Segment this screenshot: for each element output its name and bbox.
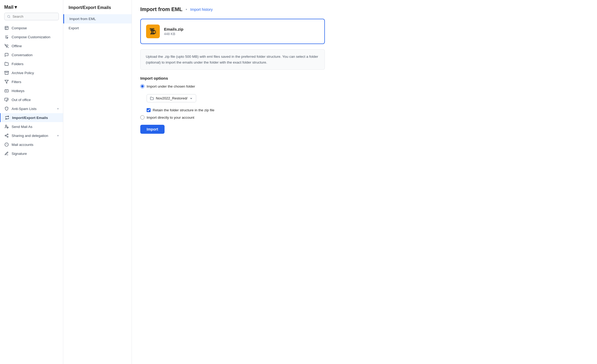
import-history-link[interactable]: Import history bbox=[190, 7, 213, 12]
sidebar-item-anti-spam-label: Anti-Spam Lists bbox=[12, 107, 55, 111]
svg-point-0 bbox=[8, 15, 10, 17]
main-content: Import from EML • Import history 🗜 Email… bbox=[132, 0, 597, 364]
send-mail-as-icon bbox=[4, 124, 9, 129]
sidebar-item-hotkeys-label: Hotkeys bbox=[12, 89, 59, 93]
sidebar-item-sharing-delegation-label: Sharing and delegation bbox=[12, 134, 55, 138]
sidebar-item-offline[interactable]: Offline bbox=[0, 41, 63, 50]
import-options-title: Import options bbox=[140, 76, 589, 80]
import-button[interactable]: Import bbox=[140, 125, 165, 134]
radio-under-folder-input[interactable] bbox=[140, 84, 145, 88]
mail-accounts-icon bbox=[4, 142, 9, 147]
svg-point-16 bbox=[7, 134, 8, 135]
sidebar-item-filters-label: Filters bbox=[12, 80, 59, 84]
folder-dropdown-label: Nov2022_Restored/ bbox=[156, 96, 187, 100]
file-info: Emails.zip 448 KB bbox=[164, 27, 183, 36]
sidebar-item-sharing-delegation[interactable]: Sharing and delegation ▾ bbox=[0, 131, 63, 140]
sidebar-item-compose[interactable]: Compose bbox=[0, 23, 63, 32]
sidebar-item-import-export[interactable]: Import/Export Emails bbox=[0, 113, 63, 122]
retain-folder-structure-input[interactable] bbox=[147, 108, 151, 112]
anti-spam-icon bbox=[4, 106, 9, 111]
sidebar-item-folders-label: Folders bbox=[12, 62, 59, 66]
sidebar-item-signature[interactable]: Signature bbox=[0, 149, 63, 158]
svg-line-19 bbox=[6, 136, 7, 137]
folder-dropdown[interactable]: Nov2022_Restored/ bbox=[147, 94, 196, 102]
sidebar-item-out-of-office[interactable]: Out of office bbox=[0, 95, 63, 104]
file-zip-icon: 🗜 bbox=[146, 25, 160, 38]
svg-marker-11 bbox=[5, 80, 8, 83]
sidebar-item-compose-label: Compose bbox=[12, 26, 59, 30]
sidebar-item-signature-label: Signature bbox=[12, 152, 59, 156]
offline-icon bbox=[4, 44, 9, 48]
sidebar-item-folders[interactable]: Folders bbox=[0, 59, 63, 68]
sidebar-item-send-mail-as-label: Send Mail As bbox=[12, 125, 59, 129]
sidebar-item-out-of-office-label: Out of office bbox=[12, 98, 59, 102]
sharing-icon bbox=[4, 133, 9, 138]
radio-under-folder[interactable]: Import under the chosen folder bbox=[140, 84, 589, 88]
import-export-icon bbox=[5, 115, 9, 120]
compose-custom-icon bbox=[4, 35, 9, 39]
svg-line-1 bbox=[9, 17, 10, 18]
file-upload-area[interactable]: 🗜 Emails.zip 448 KB bbox=[140, 19, 325, 44]
hotkeys-icon bbox=[4, 88, 9, 93]
info-box: Upload the .zip file (upto 500 MB) with … bbox=[140, 49, 325, 70]
sidebar-item-hotkeys[interactable]: Hotkeys bbox=[0, 86, 63, 95]
svg-rect-2 bbox=[5, 26, 8, 30]
app-title-text: Mail bbox=[4, 4, 13, 10]
svg-rect-9 bbox=[5, 71, 9, 72]
sidebar-item-conversation-label: Conversation bbox=[12, 53, 59, 57]
sidebar-item-mail-accounts[interactable]: Mail accounts bbox=[0, 140, 63, 149]
svg-line-20 bbox=[6, 135, 7, 135]
import-options-section: Import options Import under the chosen f… bbox=[140, 76, 589, 134]
main-header: Import from EML • Import history bbox=[140, 6, 589, 12]
radio-group: Import under the chosen folder Nov2022_R… bbox=[140, 84, 589, 119]
sidebar-item-import-export-label: Import/Export Emails bbox=[12, 116, 59, 120]
svg-point-17 bbox=[5, 135, 6, 136]
page-title: Import from EML bbox=[140, 6, 182, 12]
archive-icon bbox=[4, 70, 9, 75]
app-title-chevron: ▾ bbox=[15, 4, 17, 10]
file-size: 448 KB bbox=[164, 32, 183, 36]
sidebar: Mail ▾ Compose Compose Customization Off… bbox=[0, 0, 63, 364]
folder-icon bbox=[150, 97, 154, 100]
anti-spam-chevron: ▾ bbox=[57, 107, 59, 111]
sidebar-item-filters[interactable]: Filters bbox=[0, 77, 63, 86]
svg-marker-13 bbox=[6, 99, 8, 101]
retain-folder-structure-checkbox[interactable]: Retain the folder structure in the zip f… bbox=[147, 108, 589, 112]
sidebar-item-compose-customization[interactable]: Compose Customization bbox=[0, 32, 63, 41]
search-icon bbox=[7, 15, 10, 18]
radio-directly-label: Import directly to your account bbox=[147, 116, 194, 119]
sidebar-item-archive-policy-label: Archive Policy bbox=[12, 71, 59, 75]
folders-icon bbox=[4, 61, 9, 66]
sidebar-item-mail-accounts-label: Mail accounts bbox=[12, 143, 59, 147]
search-box[interactable] bbox=[4, 13, 59, 20]
file-name: Emails.zip bbox=[164, 27, 183, 31]
sidebar-item-compose-customization-label: Compose Customization bbox=[12, 35, 59, 39]
sidebar-item-conversation[interactable]: Conversation bbox=[0, 50, 63, 59]
conversation-icon bbox=[4, 52, 9, 57]
svg-point-18 bbox=[7, 136, 8, 137]
middle-panel: Import/Export Emails Import from EML Exp… bbox=[63, 0, 132, 364]
middle-panel-title: Import/Export Emails bbox=[63, 5, 132, 14]
sidebar-header: Mail ▾ bbox=[0, 4, 63, 23]
sidebar-item-archive-policy[interactable]: Archive Policy bbox=[0, 68, 63, 77]
radio-under-folder-label: Import under the chosen folder bbox=[147, 84, 195, 88]
radio-directly[interactable]: Import directly to your account bbox=[140, 115, 589, 119]
sub-nav-export[interactable]: Export bbox=[63, 23, 132, 33]
search-input[interactable] bbox=[12, 15, 56, 18]
sidebar-item-offline-label: Offline bbox=[12, 44, 59, 48]
radio-directly-input[interactable] bbox=[140, 115, 145, 119]
dot-separator: • bbox=[186, 7, 187, 12]
svg-point-14 bbox=[5, 125, 7, 126]
retain-folder-structure-label: Retain the folder structure in the zip f… bbox=[153, 108, 214, 112]
sub-nav-import-eml[interactable]: Import from EML bbox=[63, 14, 132, 23]
chevron-down-icon bbox=[190, 97, 193, 100]
svg-point-8 bbox=[6, 47, 7, 47]
compose-icon bbox=[4, 26, 9, 30]
filters-icon bbox=[4, 79, 9, 84]
signature-icon bbox=[4, 151, 9, 156]
sidebar-item-anti-spam[interactable]: Anti-Spam Lists ▾ bbox=[0, 104, 63, 113]
out-of-office-icon bbox=[4, 97, 9, 102]
sharing-chevron: ▾ bbox=[57, 134, 59, 137]
sidebar-item-send-mail-as[interactable]: Send Mail As bbox=[0, 122, 63, 131]
app-title[interactable]: Mail ▾ bbox=[4, 4, 59, 10]
